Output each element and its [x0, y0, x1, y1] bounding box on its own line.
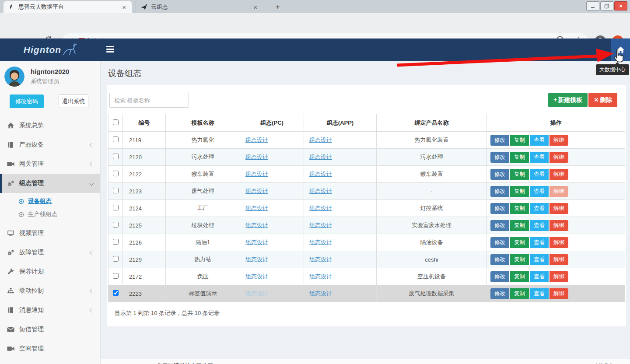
sidebar-item[interactable]: 视频管理	[0, 224, 100, 243]
unbind-button[interactable]: 解绑	[550, 237, 568, 248]
pc-design-link[interactable]: 组态设计	[245, 222, 268, 228]
app-design-link[interactable]: 组态设计	[309, 273, 332, 280]
view-button[interactable]: 查看	[530, 271, 549, 282]
edit-button[interactable]: 修改	[490, 135, 509, 146]
app-design-link[interactable]: 组态设计	[309, 205, 332, 211]
edit-button[interactable]: 修改	[490, 237, 509, 248]
row-checkbox[interactable]	[113, 188, 119, 193]
pc-design-link[interactable]: 组态设计	[245, 205, 268, 211]
sidebar-item[interactable]: 网关管理	[0, 154, 100, 174]
row-checkbox[interactable]	[113, 273, 119, 279]
change-password-button[interactable]: 修改密码	[10, 94, 44, 108]
copy-button[interactable]: 复制	[510, 271, 529, 282]
row-checkbox[interactable]	[113, 256, 119, 262]
view-button[interactable]: 查看	[530, 186, 549, 197]
edit-button[interactable]: 修改	[490, 254, 509, 265]
edit-button[interactable]: 修改	[490, 186, 509, 197]
logout-button[interactable]: 退出系统	[59, 94, 88, 108]
view-button[interactable]: 查看	[530, 203, 549, 214]
search-input[interactable]	[109, 93, 189, 108]
copy-button[interactable]: 复制	[510, 152, 529, 163]
sidebar-subitem[interactable]: 生产线组态	[0, 208, 100, 221]
unbind-button[interactable]: 解绑	[550, 288, 568, 299]
view-button[interactable]: 查看	[530, 135, 549, 146]
row-id: 2120	[123, 149, 166, 166]
view-button[interactable]: 查看	[530, 169, 549, 180]
tab-close-icon[interactable]: ×	[120, 4, 128, 11]
row-checkbox[interactable]	[113, 154, 119, 159]
pc-design-link[interactable]: 组态设计	[245, 171, 268, 177]
view-button[interactable]: 查看	[530, 288, 549, 299]
view-button[interactable]: 查看	[530, 152, 549, 163]
new-tab-button[interactable]: +	[272, 2, 284, 12]
row-checkbox[interactable]	[113, 239, 119, 245]
pc-design-link[interactable]: 组态设计	[245, 154, 268, 160]
sidebar-item[interactable]: 产品设备	[0, 135, 100, 154]
hamburger-menu-icon[interactable]	[106, 46, 114, 52]
app-design-link[interactable]: 组态设计	[309, 154, 332, 160]
copy-button[interactable]: 复制	[510, 203, 529, 214]
bigdata-home-button[interactable]	[611, 38, 630, 61]
unbind-button[interactable]: 解绑	[550, 152, 568, 163]
copy-button[interactable]: 复制	[510, 288, 529, 299]
close-button[interactable]: ×	[614, 1, 627, 10]
edit-button[interactable]: 修改	[490, 203, 509, 214]
sidebar-subitem[interactable]: 设备组态	[0, 195, 100, 208]
edit-button[interactable]: 修改	[490, 220, 509, 231]
copy-button[interactable]: 复制	[510, 169, 529, 180]
edit-button[interactable]: 修改	[490, 169, 509, 180]
browser-tab-active[interactable]: 思普云大数据平台 ×	[4, 1, 132, 13]
copy-button[interactable]: 复制	[510, 135, 529, 146]
sidebar-item[interactable]: 保养计划	[0, 262, 100, 281]
row-checkbox[interactable]	[113, 171, 119, 176]
unbind-button[interactable]: 解绑	[550, 169, 568, 180]
copy-button[interactable]: 复制	[510, 220, 529, 231]
app-design-link[interactable]: 组态设计	[309, 136, 332, 143]
app-design-link[interactable]: 组态设计	[309, 256, 332, 262]
pc-design-link[interactable]: 组态设计	[245, 256, 268, 262]
minimize-button[interactable]	[586, 1, 599, 10]
browser-tab-inactive[interactable]: 云组态 ×	[136, 1, 263, 13]
pc-design-link[interactable]: 组态设计	[245, 188, 268, 194]
pc-design-link[interactable]: 组态设计	[245, 273, 268, 280]
create-template-button[interactable]: +新建模板	[548, 93, 588, 107]
row-checkbox[interactable]	[113, 205, 119, 210]
pc-design-link[interactable]: 组态设计	[245, 136, 268, 143]
app-design-link[interactable]: 组态设计	[309, 188, 332, 194]
restore-button[interactable]	[600, 1, 613, 10]
app-design-link[interactable]: 组态设计	[309, 222, 332, 228]
row-checkbox[interactable]	[113, 222, 119, 228]
copy-button[interactable]: 复制	[510, 237, 529, 248]
delete-button[interactable]: ✕删除	[588, 93, 617, 107]
unbind-button[interactable]: 解绑	[550, 254, 568, 265]
sidebar-item[interactable]: 组态管理	[0, 174, 100, 193]
sidebar-item[interactable]: 联动控制	[0, 281, 100, 301]
row-checkbox[interactable]	[113, 136, 119, 142]
unbind-button[interactable]: 解绑	[550, 135, 568, 146]
unbind-button[interactable]: 解绑	[550, 203, 568, 214]
copy-button[interactable]: 复制	[510, 186, 529, 197]
view-button[interactable]: 查看	[530, 237, 549, 248]
row-checkbox[interactable]	[113, 290, 119, 296]
sidebar-item[interactable]: 故障管理	[0, 243, 100, 262]
sidebar-item[interactable]: 短信管理	[0, 320, 100, 339]
view-button[interactable]: 查看	[530, 254, 549, 265]
edit-button[interactable]: 修改	[490, 288, 509, 299]
pc-design-link[interactable]: 组态设计	[245, 239, 268, 245]
app-design-link[interactable]: 组态设计	[309, 171, 332, 177]
edit-button[interactable]: 修改	[490, 271, 509, 282]
sidebar-item[interactable]: 空间管理	[0, 339, 100, 358]
unbind-button[interactable]: 解绑	[550, 271, 568, 282]
pc-design-link[interactable]: 组态设计	[245, 290, 268, 297]
sidebar-item[interactable]: 消息通知	[0, 301, 100, 320]
edit-button[interactable]: 修改	[490, 152, 509, 163]
tab-close-icon[interactable]: ×	[252, 4, 259, 11]
sidebar-item[interactable]: 系统总览	[0, 116, 100, 135]
app-design-link[interactable]: 组态设计	[309, 290, 332, 297]
select-all-checkbox[interactable]	[113, 119, 119, 125]
copy-button[interactable]: 复制	[510, 254, 529, 265]
unbind-button[interactable]: 解绑	[550, 186, 568, 197]
unbind-button[interactable]: 解绑	[550, 220, 568, 231]
app-design-link[interactable]: 组态设计	[309, 239, 332, 245]
view-button[interactable]: 查看	[530, 220, 549, 231]
